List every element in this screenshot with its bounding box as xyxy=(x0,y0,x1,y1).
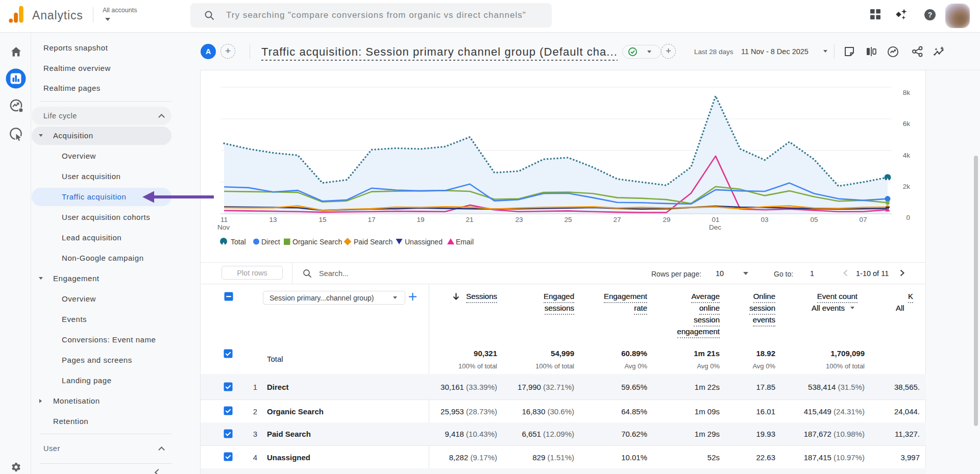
svg-text:?: ? xyxy=(928,11,933,19)
